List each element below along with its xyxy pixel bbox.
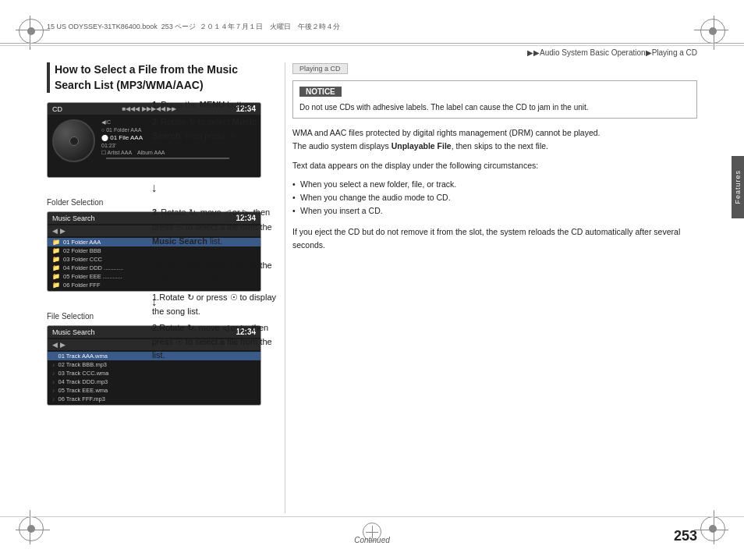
playing-cd-label: Playing a CD: [292, 63, 348, 74]
eject-text: If you eject the CD but do not remove it…: [292, 225, 697, 252]
notice-text-1: Do not use CDs with adhesive labels. The…: [299, 101, 690, 113]
top-right-corner: [700, 16, 728, 44]
bullet-item-1: When you change the audio mode to CD.: [292, 191, 697, 204]
breadcrumb: ▶▶Audio System Basic Operation▶Playing a…: [527, 48, 697, 57]
also-step2: 2.Rotate ↻, move ◁ or ▷, then press ☉ to…: [152, 321, 281, 363]
instruction-column: 1.Press the MENU button. 2.Rotate ↻ to s…: [152, 97, 281, 363]
instructions-block: 1.Press the MENU button. 2.Rotate ↻ to s…: [152, 97, 281, 143]
bottom-right-corner: [700, 516, 728, 544]
notice-title: NOTICE: [299, 86, 690, 101]
instr-step1: 1.Press the MENU button.: [152, 97, 281, 112]
bottom-compass: [363, 523, 381, 541]
column-divider: [285, 62, 285, 513]
instr-step3: 3.Rotate ↻, move ◁ or ▷, then press ☉ to…: [152, 205, 281, 247]
header-rule-top: [0, 43, 744, 44]
also-step1: 1.Rotate ↻ or press ☉ to display the son…: [152, 291, 281, 318]
header-rule: [0, 45, 744, 46]
text-data-circumstances: Text data appears on the display under t…: [292, 159, 697, 172]
content-area: How to Select a File from the Music Sear…: [47, 62, 697, 513]
right-column: Playing a CD NOTICE Do not use CDs with …: [292, 62, 697, 257]
notice-box: NOTICE Do not use CDs with adhesive labe…: [292, 80, 697, 119]
also-procedure: You can also select a file by the follow…: [152, 259, 281, 363]
file-item-4: ♪ 05 Track EEE.wma: [48, 386, 260, 395]
page-number: 253: [674, 528, 697, 544]
cd-art-inner: [69, 136, 79, 146]
bottom-rule: [0, 516, 744, 517]
file-item-5: ♪ 06 Track FFF.mp3: [48, 395, 260, 403]
bullet-item-2: When you insert a CD.: [292, 204, 697, 218]
playing-cd-label-wrap: Playing a CD: [292, 62, 697, 74]
instr-step2: 2.Rotate ↻ to select Music Search, then …: [152, 115, 281, 143]
file-item-3: ♪ 04 Track DDD.mp3: [48, 377, 260, 386]
metadata-line: 15 US ODYSSEY-31TK86400.book 253 ページ ２０１…: [47, 22, 340, 32]
instr-step3-block: 3.Rotate ↻, move ◁ or ▷, then press ☉ to…: [152, 205, 281, 247]
bullet-item-0: When you select a new folder, file, or t…: [292, 178, 697, 191]
cd-art: [52, 119, 95, 162]
section-title: How to Select a File from the Music Sear…: [47, 62, 277, 93]
top-left-corner: [16, 16, 44, 44]
drm-text: WMA and AAC files protected by digital r…: [292, 126, 697, 153]
bottom-left-corner: [16, 516, 44, 544]
file-item-2: ♪ 03 Track CCC.wma: [48, 369, 260, 377]
features-sidebar: Features: [732, 156, 744, 218]
bullet-list: When you select a new folder, file, or t…: [292, 178, 697, 217]
